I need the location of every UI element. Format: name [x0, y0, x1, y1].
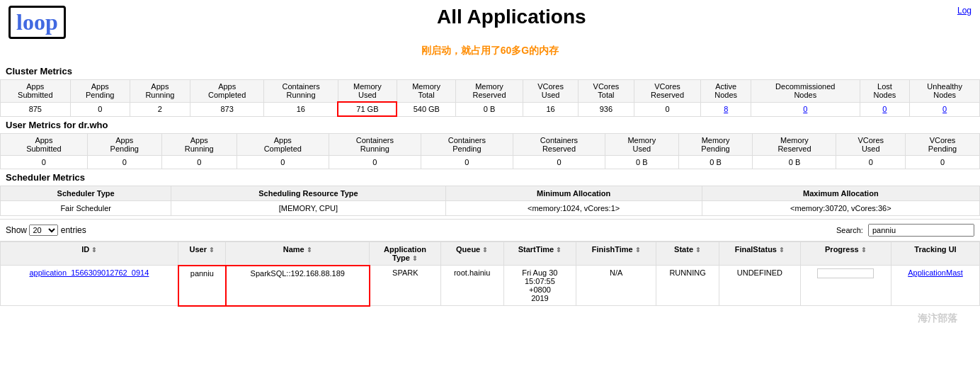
col-vcores-reserved: VCoresReserved: [634, 80, 701, 103]
user-metrics-title: User Metrics for dr.who: [0, 117, 980, 133]
user-metrics-table: AppsSubmitted AppsPending AppsRunning Ap…: [0, 133, 980, 169]
ucol-containers-pending: ContainersPending: [421, 134, 513, 156]
applications-table: ID ⇕ User ⇕ Name ⇕ ApplicationType ⇕ Que…: [0, 242, 980, 307]
search-input[interactable]: [868, 224, 974, 237]
ucol-apps-running: AppsRunning: [161, 134, 237, 156]
uval-apps-submitted: 0: [1, 156, 88, 169]
cell-tracking-ui[interactable]: ApplicationMast: [891, 266, 980, 306]
cell-progress: [800, 266, 891, 306]
show-entries-area: Show 20 50 100 entries: [6, 225, 86, 236]
col-decommissioned-nodes: DecommissionedNodes: [751, 80, 860, 103]
uval-containers-running: 0: [329, 156, 421, 169]
ucol-memory-used: MemoryUsed: [605, 134, 679, 156]
val-apps-submitted: 875: [1, 102, 71, 116]
th-progress[interactable]: Progress ⇕: [800, 242, 891, 266]
cell-final-status: UNDEFINED: [719, 266, 800, 306]
cell-queue: root.hainiu: [440, 266, 503, 306]
val-memory-total: 540 GB: [397, 102, 455, 116]
th-finish-time[interactable]: FinishTime ⇕: [576, 242, 656, 266]
col-apps-pending: AppsPending: [70, 80, 130, 103]
search-label: Search:: [836, 226, 863, 234]
scheduler-metrics-title: Scheduler Metrics: [0, 169, 980, 186]
th-final-status[interactable]: FinalStatus ⇕: [719, 242, 800, 266]
val-memory-used: 71 GB: [338, 102, 397, 116]
uval-memory-reserved: 0 B: [753, 156, 836, 169]
sval-scheduling-resource-type: [MEMORY, CPU]: [171, 201, 445, 216]
col-containers-running: ContainersRunning: [264, 80, 338, 103]
scol-maximum-allocation: Maximum Allocation: [702, 186, 979, 201]
val-vcores-used: 16: [523, 102, 578, 116]
col-apps-completed: AppsCompleted: [190, 80, 263, 103]
col-apps-running: AppsRunning: [130, 80, 190, 103]
col-vcores-used: VCoresUsed: [523, 80, 578, 103]
ucol-apps-completed: AppsCompleted: [237, 134, 329, 156]
ucol-apps-submitted: AppsSubmitted: [1, 134, 88, 156]
uval-containers-reserved: 0: [513, 156, 605, 169]
ucol-containers-running: ContainersRunning: [329, 134, 421, 156]
th-application-type[interactable]: ApplicationType ⇕: [370, 242, 440, 266]
show-label: Show: [6, 225, 27, 235]
cell-id[interactable]: application_1566309012762_0914: [1, 266, 178, 306]
ucol-vcores-used: VCoresUsed: [836, 134, 906, 156]
val-lost-nodes[interactable]: 0: [860, 102, 910, 116]
cluster-metrics-row: 875 0 2 873 16 71 GB 540 GB 0 B 16 936 0…: [1, 102, 980, 116]
th-user[interactable]: User ⇕: [178, 242, 226, 266]
entries-select[interactable]: 20 50 100: [29, 225, 58, 236]
val-apps-pending: 0: [70, 102, 130, 116]
watermark: 海汴部落: [918, 312, 972, 325]
cluster-metrics-title: Cluster Metrics: [0, 63, 980, 79]
uval-apps-completed: 0: [237, 156, 329, 169]
entries-label: entries: [61, 225, 86, 235]
val-unhealthy-nodes[interactable]: 0: [910, 102, 980, 116]
val-memory-reserved: 0 B: [456, 102, 523, 116]
cluster-metrics-table: AppsSubmitted AppsPending AppsRunning Ap…: [0, 79, 980, 117]
top-bar: loop All Applications Log: [0, 0, 980, 42]
cell-app-type: SPARK: [370, 266, 440, 306]
scol-scheduler-type: Scheduler Type: [1, 186, 171, 201]
col-memory-used: MemoryUsed: [338, 80, 397, 103]
sval-minimum-allocation: <memory:1024, vCores:1>: [445, 201, 702, 216]
val-apps-completed: 873: [190, 102, 263, 116]
table-row: application_1566309012762_0914 panniu Sp…: [1, 266, 980, 306]
sval-maximum-allocation: <memory:30720, vCores:36>: [702, 201, 979, 216]
th-start-time[interactable]: StartTime ⇕: [503, 242, 576, 266]
logo: loop: [8, 6, 66, 39]
cell-state: RUNNING: [656, 266, 719, 306]
th-tracking-ui[interactable]: Tracking UI: [891, 242, 980, 266]
scol-minimum-allocation: Minimum Allocation: [445, 186, 702, 201]
col-apps-submitted: AppsSubmitted: [1, 80, 71, 103]
cell-user: panniu: [178, 266, 226, 306]
scol-scheduling-resource-type: Scheduling Resource Type: [171, 186, 445, 201]
ucol-vcores-pending: VCoresPending: [906, 134, 980, 156]
col-memory-reserved: MemoryReserved: [456, 80, 523, 103]
scheduler-metrics-row: Fair Scheduler [MEMORY, CPU] <memory:102…: [1, 201, 980, 216]
th-state[interactable]: State ⇕: [656, 242, 719, 266]
val-vcores-total: 936: [579, 102, 634, 116]
uval-vcores-used: 0: [836, 156, 906, 169]
th-queue[interactable]: Queue ⇕: [440, 242, 503, 266]
val-decommissioned-nodes[interactable]: 0: [751, 102, 860, 116]
log-link[interactable]: Log: [957, 6, 972, 16]
search-area: Search:: [836, 224, 974, 237]
ucol-apps-pending: AppsPending: [87, 134, 161, 156]
cell-finish-time: N/A: [576, 266, 656, 306]
col-lost-nodes: LostNodes: [860, 80, 910, 103]
cell-name: SparkSQL::192.168.88.189: [226, 266, 370, 306]
col-memory-total: MemoryTotal: [397, 80, 455, 103]
ucol-containers-reserved: ContainersReserved: [513, 134, 605, 156]
ucol-memory-pending: MemoryPending: [678, 134, 753, 156]
uval-apps-running: 0: [161, 156, 237, 169]
val-active-nodes[interactable]: 8: [701, 102, 751, 116]
val-containers-running: 16: [264, 102, 338, 116]
col-vcores-total: VCoresTotal: [579, 80, 634, 103]
th-id[interactable]: ID ⇕: [1, 242, 178, 266]
ucol-memory-reserved: MemoryReserved: [753, 134, 836, 156]
th-name[interactable]: Name ⇕: [226, 242, 370, 266]
uval-vcores-pending: 0: [906, 156, 980, 169]
col-active-nodes: ActiveNodes: [701, 80, 751, 103]
val-apps-running: 2: [130, 102, 190, 116]
uval-memory-used: 0 B: [605, 156, 679, 169]
val-vcores-reserved: 0: [634, 102, 701, 116]
cell-start-time: Fri Aug 3015:07:55+08002019: [503, 266, 576, 306]
table-controls: Show 20 50 100 entries Search:: [0, 219, 980, 242]
